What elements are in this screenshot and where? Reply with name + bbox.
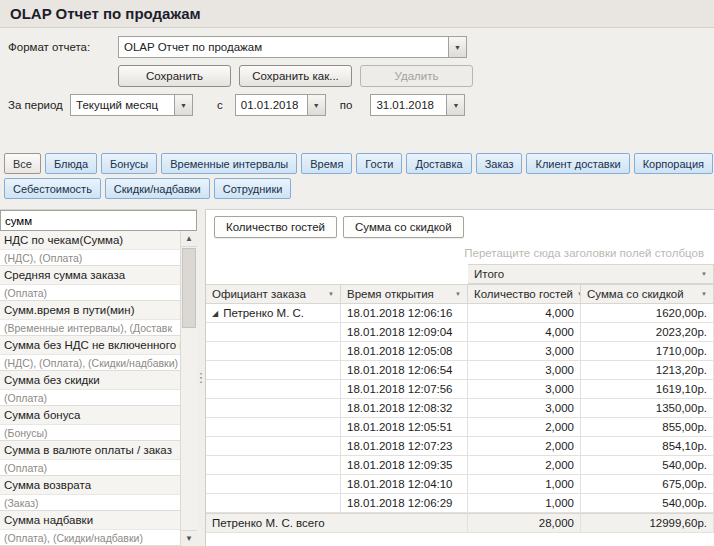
filter-tab[interactable]: Гости — [356, 153, 402, 174]
group-cell: ◢ Петренко М. С. — [206, 304, 341, 323]
guests-cell: 2,000 — [468, 437, 581, 456]
period-preset-select[interactable]: Текущий месяц ▼ — [70, 94, 193, 116]
table-row[interactable]: ◢ Петренко М. С. 18.01.2018 12:06:16 4,0… — [206, 304, 714, 323]
from-date-select[interactable]: 01.01.2018 ▼ — [235, 94, 326, 116]
splitter-handle[interactable]: ⋮ — [197, 209, 205, 546]
page-title: OLAP Отчет по продажам — [10, 5, 201, 22]
guests-cell: 4,000 — [468, 304, 581, 323]
table-row[interactable]: ◢ 18.01.2018 12:07:23 2,000 854,10р. — [206, 437, 714, 456]
sum-cell: 540,00р. — [581, 494, 714, 513]
chevron-down-icon[interactable]: ▼ — [448, 37, 466, 57]
list-item[interactable]: НДС по чекам(Сумма) (НДС), (Оплата) — [0, 231, 180, 266]
measure-name: Сумма бонуса — [0, 406, 180, 425]
filter-arrow-icon[interactable]: ▼ — [701, 271, 707, 277]
filter-tabs-row2: Себестоимость Скидки/надбавки Сотрудники — [4, 178, 714, 199]
column-header-discount-sum[interactable]: Сумма со скидкой ▼ — [581, 284, 714, 304]
filter-tab[interactable]: Бонусы — [101, 153, 157, 174]
guests-cell: 2,000 — [468, 456, 581, 475]
filter-tab[interactable]: Сотрудники — [214, 178, 292, 199]
sidebar-scrollbar[interactable]: ▲ ▼ — [180, 231, 197, 546]
header-spacer — [206, 264, 468, 283]
list-item[interactable]: Сумма без НДС не включенного в с (НДС), … — [0, 336, 180, 371]
measure-category: (Оплата), (Скидки/надбавки) — [0, 530, 180, 546]
filter-tab[interactable]: Время — [301, 153, 352, 174]
measure-chip-guests[interactable]: Количество гостей — [214, 216, 337, 238]
table-row[interactable]: ◢ 18.01.2018 12:07:56 3,000 1619,10р. — [206, 380, 714, 399]
list-item[interactable]: Сумма бонуса (Бонусы) — [0, 406, 180, 441]
table-row[interactable]: ◢ 18.01.2018 12:05:51 2,000 855,00р. — [206, 418, 714, 437]
chevron-down-icon[interactable]: ▼ — [307, 95, 325, 115]
column-header-total[interactable]: Итого ▼ — [468, 264, 714, 284]
group-cell: ◢ — [206, 323, 341, 342]
table-row[interactable]: ◢ 18.01.2018 12:09:04 4,000 2023,20р. — [206, 323, 714, 342]
filter-tabs-row1: Все Блюда Бонусы Временные интервалы Вре… — [4, 153, 714, 174]
guests-cell: 1,000 — [468, 475, 581, 494]
column-drop-hint: Перетащите сюда заголовки полей столбцов — [206, 247, 704, 259]
column-header-officiant[interactable]: Официант заказа ▼ — [206, 284, 341, 304]
save-as-button[interactable]: Сохранить как... — [239, 65, 352, 87]
filter-tab[interactable]: Доставка — [406, 153, 471, 174]
chevron-down-icon[interactable]: ▼ — [174, 95, 192, 115]
filter-tab[interactable]: Скидки/надбавки — [105, 178, 210, 199]
from-label: с — [217, 99, 223, 111]
table-row[interactable]: ◢ 18.01.2018 12:08:32 3,000 1350,00р. — [206, 399, 714, 418]
expand-icon[interactable]: ◢ — [212, 309, 218, 318]
sum-cell: 1620,00р. — [581, 304, 714, 323]
measure-chip-sum[interactable]: Сумма со скидкой — [343, 216, 464, 238]
table-row[interactable]: ◢ 18.01.2018 12:05:08 3,000 1710,00р. — [206, 342, 714, 361]
measure-name: Сумма без скидки — [0, 371, 180, 390]
sum-cell: 675,00р. — [581, 475, 714, 494]
table-row[interactable]: ◢ 18.01.2018 12:09:35 2,000 540,00р. — [206, 456, 714, 475]
column-header-open-time[interactable]: Время открытия ▼ — [341, 284, 468, 304]
filter-tab[interactable]: Корпорация — [634, 153, 713, 174]
group-cell: ◢ — [206, 494, 341, 513]
open-time-cell: 18.01.2018 12:04:10 — [341, 475, 468, 494]
controls-panel: Формат отчета: OLAP Отчет по продажам ▼ … — [0, 28, 714, 123]
measure-search-input[interactable] — [0, 210, 197, 231]
list-item[interactable]: Средняя сумма заказа (Оплата) — [0, 266, 180, 301]
filter-arrow-icon[interactable]: ▼ — [701, 291, 707, 297]
list-item[interactable]: Сумма надбавки (Оплата), (Скидки/надбавк… — [0, 511, 180, 546]
measure-name: Сумма в валюте оплаты / заказ — [0, 441, 180, 460]
filter-arrow-icon[interactable]: ▼ — [455, 291, 461, 297]
filter-tab[interactable]: Заказ — [476, 153, 523, 174]
table-row[interactable]: ◢ 18.01.2018 12:06:29 1,000 540,00р. — [206, 494, 714, 513]
list-item[interactable]: Сумма возврата (Заказ) — [0, 476, 180, 511]
sum-cell: 1619,10р. — [581, 380, 714, 399]
scroll-down-icon[interactable]: ▼ — [181, 530, 197, 546]
filter-tab[interactable]: Себестоимость — [4, 178, 101, 199]
to-date-select[interactable]: 31.01.2018 ▼ — [370, 94, 465, 116]
format-row: Формат отчета: OLAP Отчет по продажам ▼ — [8, 36, 714, 58]
list-item[interactable]: Сумм.время в пути(мин) (Временные интерв… — [0, 301, 180, 336]
list-item[interactable]: Сумма без скидки (Оплата) — [0, 371, 180, 406]
table-row[interactable]: ◢ 18.01.2018 12:06:54 3,000 1213,20р. — [206, 361, 714, 380]
open-time-cell: 18.01.2018 12:05:51 — [341, 418, 468, 437]
measure-name: Сумма надбавки — [0, 511, 180, 530]
scroll-up-icon[interactable]: ▲ — [181, 231, 197, 247]
measure-name: Сумма без НДС не включенного в с — [0, 336, 180, 355]
column-header-guests[interactable]: Количество гостей ▼ — [468, 284, 581, 304]
list-item[interactable]: Сумма в валюте оплаты / заказ (Оплата) — [0, 441, 180, 476]
measure-chips: Количество гостей Сумма со скидкой — [214, 216, 714, 238]
filter-tab[interactable]: Временные интервалы — [161, 153, 297, 174]
group-cell: ◢ — [206, 456, 341, 475]
measure-category: (Бонусы) — [0, 425, 180, 441]
group-cell: ◢ — [206, 361, 341, 380]
sum-cell: 1213,20р. — [581, 361, 714, 380]
measure-category: (Оплата) — [0, 285, 180, 301]
open-time-cell: 18.01.2018 12:09:04 — [341, 323, 468, 342]
scrollbar-thumb[interactable] — [182, 248, 196, 328]
measure-list: НДС по чекам(Сумма) (НДС), (Оплата) Сред… — [0, 231, 180, 546]
report-format-select[interactable]: OLAP Отчет по продажам ▼ — [118, 36, 467, 58]
filter-arrow-icon[interactable]: ▼ — [328, 291, 334, 297]
group-cell: ◢ — [206, 380, 341, 399]
to-date-value: 31.01.2018 — [371, 95, 446, 115]
filter-tab-all[interactable]: Все — [4, 153, 41, 174]
save-button[interactable]: Сохранить — [118, 65, 231, 87]
filter-tab[interactable]: Клиент доставки — [526, 153, 629, 174]
open-time-cell: 18.01.2018 12:08:32 — [341, 399, 468, 418]
chevron-down-icon[interactable]: ▼ — [446, 95, 464, 115]
filter-tab[interactable]: Блюда — [45, 153, 97, 174]
measure-category: (Заказ) — [0, 495, 180, 511]
table-row[interactable]: ◢ 18.01.2018 12:04:10 1,000 675,00р. — [206, 475, 714, 494]
